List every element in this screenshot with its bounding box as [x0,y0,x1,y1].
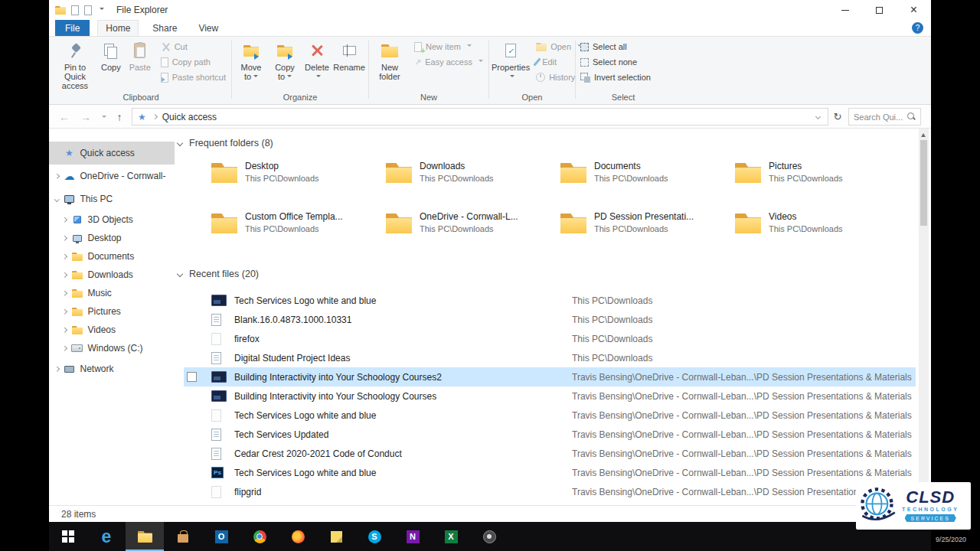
frequent-folder-tile[interactable]: Pictures This PC\Downloads [735,161,910,196]
maximize-button[interactable] [862,0,897,20]
frequent-folder-tile[interactable]: OneDrive - Cornwall-L... This PC\Downloa… [386,211,560,246]
tree-expand-icon[interactable] [62,217,67,222]
qat-new-folder-icon[interactable] [84,5,92,15]
tab-view[interactable]: View [191,20,226,36]
pin-to-quick-access-button[interactable]: Pin to Quick access [54,39,96,90]
sidebar-item[interactable]: Videos [49,321,175,339]
paste-button[interactable]: Paste [126,39,155,72]
edit-button[interactable]: Edit [534,54,584,70]
copy-to-button[interactable]: Copy to [268,39,302,81]
breadcrumb-location[interactable]: Quick access [162,112,217,122]
frequent-folder-tile[interactable]: PD Session Presentati... This PC\Downloa… [560,211,735,246]
frequent-folders-header[interactable]: Frequent folders (8) [178,138,273,148]
select-none-button[interactable]: Select none [578,54,653,70]
sidebar-item[interactable]: Network [49,357,175,380]
recent-file-row[interactable]: Tech Services Updated Travis Bensing\One… [184,425,916,444]
sidebar-item[interactable]: Desktop [49,229,175,247]
sidebar-item[interactable]: Pictures [49,302,175,321]
select-all-button[interactable]: Select all [578,39,653,54]
recent-file-row[interactable]: firefox This PC\Downloads [184,329,916,348]
tree-expand-icon[interactable] [54,367,59,371]
tree-expand-icon[interactable] [62,309,67,314]
sidebar-item[interactable]: Documents [49,247,175,266]
search-input[interactable] [854,112,907,122]
tree-expand-icon[interactable] [62,254,67,259]
address-bar[interactable]: Quick access [132,108,828,126]
move-to-button[interactable]: Move to [234,39,268,81]
frequent-folder-tile[interactable]: Downloads This PC\Downloads [386,161,560,196]
copy-button[interactable]: Copy [96,39,126,72]
outlook-icon[interactable] [202,522,240,551]
tab-file[interactable]: File [55,20,90,36]
onenote-icon[interactable] [394,522,432,551]
tree-expand-icon[interactable] [62,346,67,350]
frequent-folder-tile[interactable]: Videos This PC\Downloads [735,211,910,246]
sidebar-item[interactable]: This PC [49,187,175,210]
tab-share[interactable]: Share [145,20,185,36]
recent-file-row[interactable]: flipgrid Travis Bensing\OneDrive - Cornw… [184,482,916,501]
easy-access-button[interactable]: Easy access [412,54,485,70]
qat-properties-icon[interactable] [71,5,79,15]
history-button[interactable]: History [534,70,584,85]
sidebar-item[interactable]: OneDrive - Cornwall- [49,165,175,187]
row-checkbox[interactable] [187,372,197,382]
file-explorer-icon[interactable] [126,522,164,551]
sidebar-item[interactable]: 3D Objects [49,210,175,229]
new-item-button[interactable]: New item [412,39,485,54]
skype-icon[interactable] [355,522,394,551]
rename-button[interactable]: Rename [332,39,366,72]
store-icon[interactable] [164,522,202,551]
collapse-recent-icon[interactable] [177,271,183,277]
cut-button[interactable]: Cut [158,39,228,54]
help-button[interactable]: ? [912,22,923,34]
tree-expand-icon[interactable] [62,328,67,332]
sidebar-item[interactable]: Music [49,284,175,302]
sticky-notes-icon[interactable] [317,522,355,551]
recent-file-row[interactable]: Tech Services Logo white and blue Travis… [184,406,916,425]
recent-file-row[interactable]: Cedar Crest 2020-2021 Code of Conduct Tr… [184,444,916,463]
sidebar-item[interactable]: Quick access [49,142,175,165]
qat-customize-icon[interactable] [100,8,104,12]
breadcrumb-chevron-icon[interactable] [152,114,158,119]
recent-file-row[interactable]: Building Interactivity into Your Schoolo… [184,386,916,406]
delete-button[interactable]: Delete [302,39,332,81]
scrollbar[interactable] [919,129,929,505]
firefox-icon[interactable] [279,522,317,551]
recent-file-row[interactable]: Tech Services Logo white and blue Travis… [184,463,916,482]
tab-home[interactable]: Home [97,20,139,36]
tree-expand-icon[interactable] [62,272,67,277]
collapse-frequent-icon[interactable] [177,140,183,146]
record-icon[interactable] [470,522,508,551]
frequent-folder-tile[interactable]: Desktop This PC\Downloads [211,161,386,196]
paste-shortcut-button[interactable]: Paste shortcut [158,70,228,85]
minimize-button[interactable] [828,0,862,20]
frequent-folder-tile[interactable]: Custom Office Templa... This PC\Download… [211,211,386,246]
scroll-thumb[interactable] [920,140,927,226]
tree-expand-icon[interactable] [54,174,59,178]
new-folder-button[interactable]: New folder [371,39,408,81]
properties-button[interactable]: Properties [492,39,530,81]
forward-button[interactable] [77,105,95,129]
back-button[interactable] [55,105,74,129]
invert-selection-button[interactable]: Invert selection [578,70,653,85]
recent-files-header[interactable]: Recent files (20) [178,269,259,279]
close-button[interactable] [897,0,931,20]
up-button[interactable] [110,105,129,129]
tree-expand-icon[interactable] [62,236,67,240]
refresh-button[interactable] [828,105,847,129]
address-dropdown-icon[interactable] [815,114,821,119]
recent-file-row[interactable]: Blank.16.0.4873.1000.10331 This PC\Downl… [184,310,916,329]
tree-expand-icon[interactable] [62,291,67,295]
recent-file-row[interactable]: Tech Services Logo white and blue This P… [184,291,916,310]
edge-icon[interactable] [87,522,126,551]
scroll-up-icon[interactable] [921,133,926,137]
tree-expand-icon[interactable] [54,197,59,201]
chrome-icon[interactable] [240,522,279,551]
recent-file-row[interactable]: Building Interactivity into Your Schoolo… [184,367,916,386]
frequent-folder-tile[interactable]: Documents This PC\Downloads [560,161,735,196]
sidebar-item[interactable]: Windows (C:) [49,339,175,357]
recent-file-row[interactable]: Digital Student Project Ideas This PC\Do… [184,348,916,367]
copy-path-button[interactable]: Copy path [158,54,228,70]
excel-icon[interactable] [432,522,470,551]
start-icon[interactable] [49,522,87,551]
